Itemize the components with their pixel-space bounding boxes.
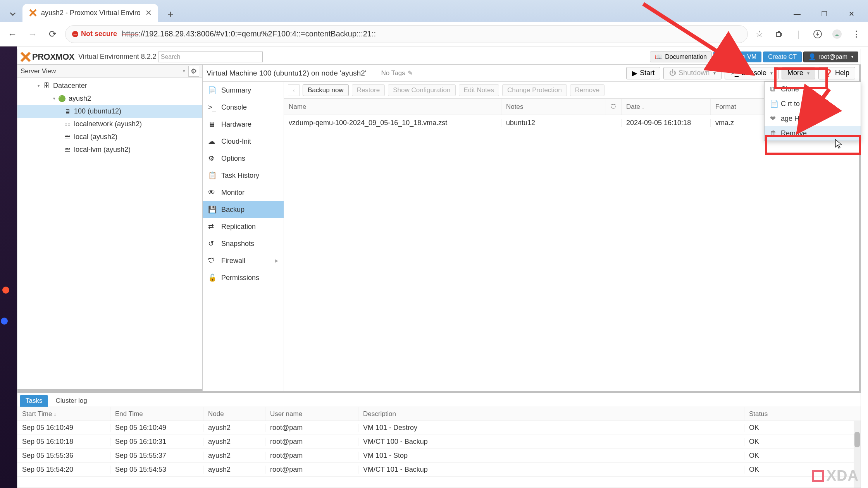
nav-item-monitor[interactable]: 👁Monitor — [203, 184, 284, 201]
create-vm-button[interactable]: 🖥Create VM — [713, 52, 761, 62]
url-bar-row: ← → ⟳ Not secure https://192.168.29.43:8… — [0, 22, 868, 46]
expand-icon[interactable]: ▾ — [38, 83, 40, 88]
backup-now-button[interactable]: Backup now — [303, 84, 349, 96]
nav-icon: 👁 — [208, 189, 217, 197]
menu-icon: 🗑 — [770, 129, 777, 137]
extensions-icon[interactable] — [772, 27, 786, 41]
create-ct-button[interactable]: Create CT — [763, 52, 802, 62]
shutdown-button[interactable]: ⏻Shutdown — [663, 67, 722, 79]
back-button[interactable]: ← — [5, 26, 20, 42]
no-tags-label[interactable]: No Tags✎ — [381, 69, 413, 77]
tab-cluster-log[interactable]: Cluster log — [50, 395, 93, 407]
vm-nav: 📄Summary>_Console🖥Hardware☁Cloud-Init⚙Op… — [203, 82, 284, 391]
task-row[interactable]: Sep 05 15:55:36Sep 05 15:55:37ayush2root… — [17, 449, 861, 463]
nav-item-cloud-init[interactable]: ☁Cloud-Init — [203, 133, 284, 150]
task-row[interactable]: Sep 05 16:10:18Sep 05 16:10:31ayush2root… — [17, 435, 861, 449]
task-node: ayush2 — [203, 452, 265, 460]
menu-item-clone[interactable]: ⧉Clone — [765, 82, 861, 96]
col-status[interactable]: Status — [744, 407, 861, 421]
maximize-button[interactable]: ☐ — [811, 6, 838, 22]
menu-item-manage-ha[interactable]: ❤ age HA — [765, 111, 861, 126]
proxmox-logo[interactable]: PROXMOX — [20, 50, 74, 64]
change-protection-button[interactable]: Change Protection — [502, 84, 567, 96]
url-bar[interactable]: Not secure https://192.168.29.43:8006/#v… — [65, 25, 748, 43]
scrollbar-thumb[interactable] — [854, 432, 860, 447]
not-secure-badge[interactable]: Not secure — [72, 30, 117, 38]
nav-item-console[interactable]: >_Console — [203, 99, 284, 116]
nav-item-backup[interactable]: 💾Backup — [203, 201, 284, 218]
browser-tab[interactable]: ayush2 - Proxmox Virtual Enviro ✕ — [22, 4, 158, 22]
tab-tasks[interactable]: Tasks — [20, 395, 48, 407]
nav-item-summary[interactable]: 📄Summary — [203, 82, 284, 99]
nav-item-permissions[interactable]: 🔓Permissions — [203, 269, 284, 286]
nav-item-task-history[interactable]: 📋Task History — [203, 167, 284, 184]
profile-icon[interactable] — [830, 27, 844, 41]
restore-button[interactable]: Restore — [352, 84, 385, 96]
vm-header: Virtual Machine 100 (ubuntu12) on node '… — [203, 65, 859, 82]
close-window-button[interactable]: ✕ — [838, 6, 865, 22]
search-input[interactable]: Search — [158, 52, 263, 62]
nav-label: Backup — [221, 206, 245, 214]
tree-dropdown-icon[interactable]: ▾ — [183, 69, 185, 74]
documentation-button[interactable]: 📖Documentation — [650, 52, 712, 62]
col-description[interactable]: Description — [358, 407, 744, 421]
page-prev-button[interactable]: ‹ — [288, 84, 300, 96]
tree-header-label[interactable]: Server View — [21, 67, 183, 75]
task-user: root@pam — [265, 424, 358, 432]
menu-icon: ❤ — [770, 114, 777, 123]
menu-icon[interactable]: ⋮ — [849, 27, 863, 41]
edit-notes-button[interactable]: Edit Notes — [459, 84, 499, 96]
tree-item-1[interactable]: ▾🟢ayush2 — [17, 92, 202, 105]
tree-item-0[interactable]: ▾🗄Datacenter — [17, 79, 202, 92]
tab-search-dropdown[interactable] — [3, 6, 22, 22]
tree-settings-button[interactable]: ⚙ — [188, 66, 199, 77]
more-button[interactable]: More — [782, 67, 815, 79]
col-name[interactable]: Name — [284, 99, 501, 115]
menu-label: Remove — [781, 129, 807, 137]
reload-button[interactable]: ⟳ — [45, 26, 60, 42]
col-start-time[interactable]: Start Time↓ — [17, 407, 110, 421]
show-config-button[interactable]: Show Configuration — [388, 84, 455, 96]
start-button[interactable]: ▶Start — [626, 67, 660, 79]
tree-item-4[interactable]: 🗃local (ayush2) — [17, 131, 202, 143]
close-tab-icon[interactable]: ✕ — [145, 8, 152, 17]
xda-watermark: XDA — [812, 467, 859, 484]
task-row[interactable]: Sep 05 16:10:49Sep 05 16:10:49ayush2root… — [17, 421, 861, 435]
col-protection[interactable]: 🛡 — [606, 99, 621, 115]
col-notes[interactable]: Notes — [501, 99, 606, 115]
minimize-button[interactable]: — — [784, 6, 811, 22]
nav-item-hardware[interactable]: 🖥Hardware — [203, 116, 284, 133]
task-end: Sep 05 15:55:37 — [110, 452, 203, 460]
nav-item-options[interactable]: ⚙Options — [203, 150, 284, 167]
nav-icon: 💾 — [208, 205, 217, 214]
col-date[interactable]: Date↓ — [621, 99, 710, 115]
console-button[interactable]: >_Console — [725, 67, 778, 79]
proxmox-x-icon — [20, 51, 31, 63]
menu-item-convert-to-template[interactable]: 📄C rt to template — [765, 96, 861, 111]
task-row[interactable]: Sep 05 15:54:20Sep 05 15:54:53ayush2root… — [17, 463, 861, 477]
new-tab-button[interactable]: + — [163, 6, 178, 22]
col-user[interactable]: User name — [265, 407, 358, 421]
remove-backup-button[interactable]: Remove — [570, 84, 604, 96]
task-desc: VM 101 - Stop — [358, 452, 744, 460]
task-status: OK — [744, 424, 861, 432]
chevron-down-icon — [10, 11, 16, 17]
nav-item-replication[interactable]: ⇄Replication — [203, 218, 284, 235]
user-menu-button[interactable]: 👤root@pam▾ — [803, 52, 858, 62]
tree-item-label: localnetwork (ayush2) — [74, 120, 142, 128]
col-node[interactable]: Node — [203, 407, 265, 421]
browser-titlebar: ayush2 - Proxmox Virtual Enviro ✕ + — ☐ … — [0, 0, 868, 22]
bookmark-icon[interactable]: ☆ — [753, 27, 766, 41]
tree-item-2[interactable]: 🖥100 (ubuntu12) — [17, 105, 202, 118]
expand-icon[interactable]: ▾ — [53, 96, 55, 101]
forward-button[interactable]: → — [25, 26, 40, 42]
tree-content: ▾🗄Datacenter▾🟢ayush2🖥100 (ubuntu12)⚏loca… — [17, 78, 202, 391]
tree-item-5[interactable]: 🗃local-lvm (ayush2) — [17, 143, 202, 156]
tree-item-3[interactable]: ⚏localnetwork (ayush2) — [17, 118, 202, 131]
help-button[interactable]: ❓Help — [818, 67, 855, 79]
downloads-icon[interactable] — [811, 27, 825, 41]
col-end-time[interactable]: End Time — [110, 407, 203, 421]
nav-item-snapshots[interactable]: ↺Snapshots — [203, 235, 284, 252]
nav-item-firewall[interactable]: 🛡Firewall▶ — [203, 252, 284, 269]
menu-item-remove[interactable]: 🗑Remove — [765, 126, 861, 141]
